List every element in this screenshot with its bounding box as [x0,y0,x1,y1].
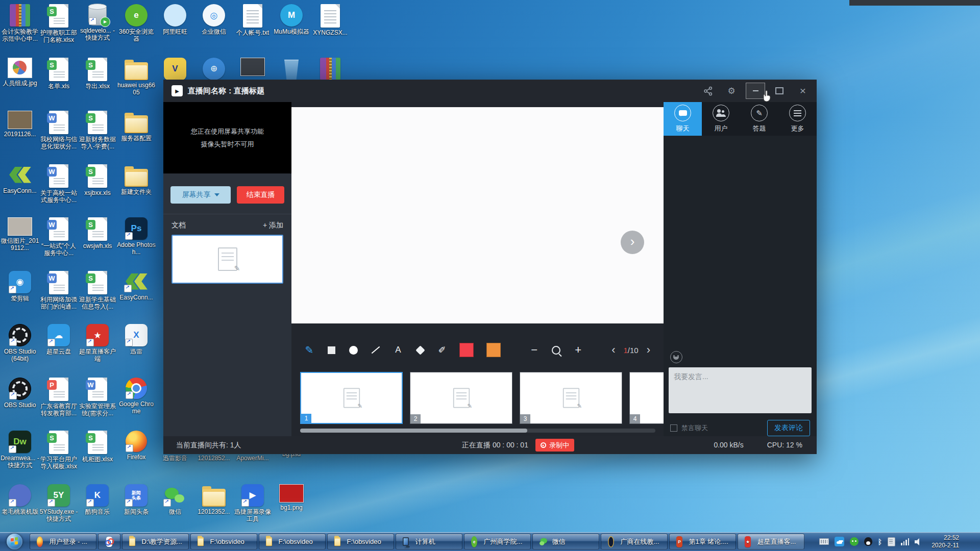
desktop-icon[interactable]: Google Chrome [117,378,156,415]
screen-share-dropdown-button[interactable]: 屏幕共享 [170,186,231,204]
desktop-icon[interactable]: S 名单.xls [39,58,78,90]
desktop-icon[interactable]: 会计实验教学示范中心申... [1,4,39,42]
desktop-icon[interactable]: 个人帐号.txt [233,4,272,36]
desktop-icon[interactable]: 新闻 头条 新闻头条 [117,484,156,515]
desktop-icon[interactable]: 新建文件夹 [117,164,156,195]
desktop-icon[interactable] [272,58,311,80]
desktop-icon[interactable]: Firefox [117,431,156,461]
keyboard-icon[interactable] [819,538,829,545]
desktop-icon[interactable] [311,58,350,80]
desktop-icon[interactable]: X 迅雷 [117,324,156,355]
desktop-icon[interactable]: W 利用网络加强部门的沟通... [39,271,78,310]
taskbar-button[interactable]: 用户登录 - ... [30,534,96,549]
taskbar-button[interactable]: ★ 超星直播客... [738,534,804,549]
desktop-icon[interactable]: 微信图片_2019112... [1,217,39,252]
chat-input[interactable] [669,367,812,413]
line-tool[interactable] [371,343,381,357]
desktop-icon[interactable]: M MuMu模拟器 [272,4,311,35]
desktop-icon[interactable]: 微信 [156,484,194,515]
side-tab[interactable]: 更多 [778,102,817,136]
desktop-icon[interactable]: ⊕ [194,58,233,80]
desktop-icon[interactable]: ★ 超星直播客户端 [78,324,117,362]
desktop-icon[interactable]: W 实验室管理系统(需求分... [78,378,117,417]
desktop-icon[interactable]: XYNGZSX... [311,4,350,36]
qq-icon[interactable] [864,537,872,546]
side-tab[interactable]: 用户 [702,102,740,136]
bluetooth-icon[interactable]: ᛒ [878,538,882,546]
taskbar-button[interactable] [98,534,120,549]
desktop-icon[interactable]: EasyConn... [117,271,156,301]
text-tool[interactable]: A [394,343,403,357]
desktop-icon[interactable]: S 学习平台用户导入模板.xlsx [39,431,78,470]
thumbnail-scrollbar[interactable] [300,429,655,433]
desktop-icon[interactable]: 人员组成.jpg [1,58,39,87]
desktop-icon[interactable]: 阿里旺旺 [156,4,194,35]
desktop-icon[interactable]: ▶ 迅捷屏幕录像工具 [233,484,272,522]
next-page-button[interactable]: › [647,343,650,357]
settings-gear-icon[interactable]: ⚙ [726,85,737,96]
desktop-icon[interactable]: S 导出.xlsx [78,58,117,90]
desktop-icon[interactable]: S 迎新财务数据导入-学费(... [78,111,117,150]
taskbar-button[interactable]: 广商在线教... [601,534,668,549]
desktop-icon[interactable]: OBS Studio (64bit) [1,324,39,362]
wechat-icon[interactable] [850,537,859,546]
desktop-icon[interactable]: 20191126... [1,111,39,138]
desktop-icon[interactable]: Dw Dreamwea... - 快捷方式 [1,431,39,469]
whiteboard-page[interactable] [291,107,664,323]
desktop-icon[interactable]: 服务器配置 [117,111,156,142]
cloud-icon[interactable] [835,537,844,546]
rectangle-tool[interactable] [327,343,336,357]
eraser-tool[interactable] [415,343,425,357]
desktop-icon[interactable]: Ps Adobe Photosh... [117,217,156,256]
close-button[interactable]: × [797,85,808,96]
desktop-icon[interactable]: sqldevelo... - 快捷方式 [78,4,117,41]
add-doc-button[interactable]: + 添加 [263,221,283,230]
taskbar-button[interactable]: D:\教学资源... [122,534,189,549]
desktop-icon[interactable]: S xsjbxx.xls [78,164,117,196]
desktop-icon[interactable]: W 关于高校一站式服务中心... [39,164,78,204]
desktop-icon[interactable]: 12012352... [194,484,233,515]
desktop-icon[interactable]: P 广东省教育厅转发教育部... [39,378,78,417]
slide-thumbnail[interactable]: 1 [300,372,403,424]
desktop-icon[interactable]: ◎ 企业微信 [194,4,233,35]
desktop-icon[interactable]: EasyConn... [1,164,39,194]
desktop-icon[interactable]: huawei usg6605 [117,58,156,96]
slide-thumbnail[interactable]: 2 [410,372,512,424]
color-swatch-orange[interactable] [486,343,501,357]
start-button[interactable] [0,532,29,551]
desktop-icon[interactable]: e 360安全浏览器 [117,4,156,42]
slide-thumbnail[interactable]: 3 [520,372,622,424]
pencil-tool[interactable]: ✎ [305,343,314,357]
slide-thumbnail[interactable]: 4 [629,372,664,424]
side-tab[interactable]: 聊天 [664,102,702,136]
emoji-smiley-icon[interactable] [670,351,682,363]
minimize-button[interactable] [746,83,765,99]
post-comment-button[interactable]: 发表评论 [767,420,810,436]
desktop-icon[interactable]: S 迎新学生基础信息导入(... [78,271,117,310]
desktop-icon[interactable]: S cwsjwh.xls [78,217,117,249]
taskbar-button[interactable]: F:\obsvideo [327,534,394,549]
taskbar-button[interactable]: F:\obsvideo [190,534,257,549]
volume-icon[interactable] [915,538,923,545]
taskbar-button[interactable]: F:\obsvideo [259,534,326,549]
desktop-icon[interactable]: 老毛桃装机版 [1,484,39,515]
prev-page-button[interactable]: ‹ [611,343,615,357]
desktop-icon[interactable]: W 我校网络与信息化现状分... [39,111,78,150]
desktop-icon[interactable]: ◉ 爱剪辑 [1,271,39,302]
desktop-icon[interactable]: ☁ 超星云盘 [39,324,78,355]
desktop-icon[interactable]: V [156,58,194,80]
taskbar-button[interactable]: P 第1章 绪论.... [669,534,736,549]
next-slide-button[interactable]: › [621,231,644,254]
taskbar-button[interactable]: 计算机 [396,534,462,549]
circle-tool[interactable] [349,343,358,357]
mute-chat-checkbox[interactable] [670,424,677,432]
desktop-icon[interactable]: 5Y 5YStudy.exe - 快捷方式 [39,484,78,522]
network-icon[interactable] [901,538,909,545]
scrollbar-handle[interactable] [300,429,527,433]
desktop-icon[interactable]: OBS Studio [1,378,39,409]
side-tab[interactable]: 答题 [740,102,778,136]
desktop-icon[interactable]: K 酷狗音乐 [78,484,117,515]
end-live-button[interactable]: 结束直播 [237,186,284,204]
desktop-icon[interactable] [233,58,272,76]
maximize-button[interactable] [774,85,785,96]
